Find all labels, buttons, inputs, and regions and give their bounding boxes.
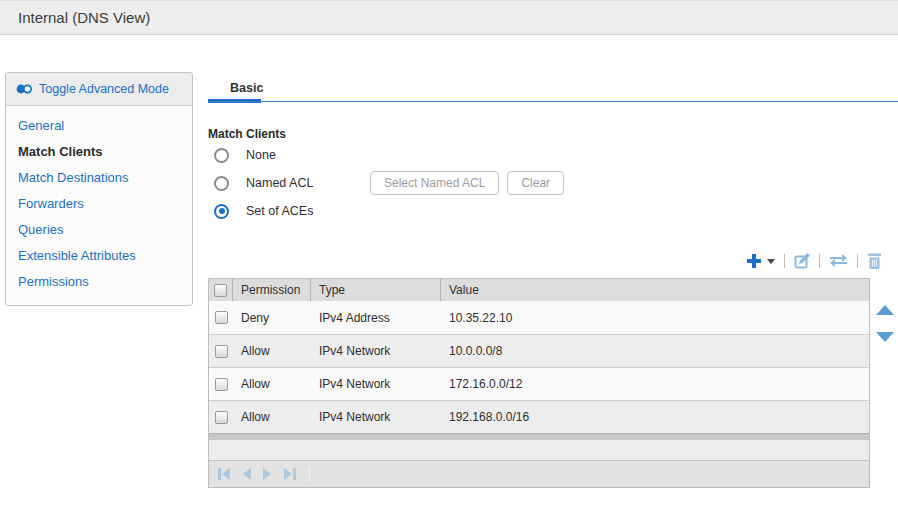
first-page-button[interactable] (217, 467, 231, 481)
prev-page-button[interactable] (241, 467, 252, 481)
sidebar-item-match-destinations[interactable]: Match Destinations (6, 165, 192, 191)
radio-set-of-aces[interactable] (214, 204, 229, 219)
sidebar: Toggle Advanced Mode General Match Clien… (5, 72, 193, 306)
toolbar-divider (857, 254, 858, 268)
window-title-bar: Internal (DNS View) (0, 0, 898, 35)
table-row[interactable]: Deny IPv4 Address 10.35.22.10 (209, 301, 869, 334)
radio-set-of-aces-label: Set of ACEs (246, 204, 313, 218)
column-header-permission[interactable]: Permission (233, 279, 311, 301)
toggle-advanced-mode-label: Toggle Advanced Mode (39, 82, 169, 96)
toggle-advanced-mode-button[interactable]: Toggle Advanced Mode (6, 73, 192, 106)
radio-row-none: None (208, 141, 898, 169)
add-menu-caret-icon[interactable] (767, 259, 775, 264)
sidebar-item-extensible-attributes[interactable]: Extensible Attributes (6, 243, 192, 269)
sidebar-item-forwarders[interactable]: Forwarders (6, 191, 192, 217)
sidebar-item-queries[interactable]: Queries (6, 217, 192, 243)
cell-value: 172.16.0.0/12 (441, 377, 869, 391)
cell-type: IPv4 Address (311, 311, 441, 325)
cell-permission: Deny (233, 311, 311, 325)
tab-bar: Basic (208, 72, 898, 105)
cell-value: 10.35.22.10 (441, 311, 869, 325)
tab-bar-divider (208, 101, 898, 102)
sidebar-nav: General Match Clients Match Destinations… (6, 106, 192, 305)
horizontal-scrollbar[interactable] (209, 433, 869, 440)
radio-named-acl-label: Named ACL (246, 176, 313, 190)
cell-type: IPv4 Network (311, 410, 441, 424)
cell-permission: Allow (233, 344, 311, 358)
radio-row-set-of-aces: Set of ACEs (208, 197, 898, 225)
match-clients-section-label: Match Clients (208, 127, 286, 141)
first-page-icon (217, 467, 231, 481)
move-row-down-button[interactable] (876, 332, 894, 342)
last-page-button[interactable] (283, 467, 297, 481)
edit-icon (794, 253, 810, 269)
column-header-value[interactable]: Value (441, 279, 869, 301)
toggle-mode-icon (16, 83, 33, 95)
named-acl-buttons: Select Named ACL Clear (370, 171, 564, 195)
table-header-row: Permission Type Value (209, 279, 869, 301)
toolbar-divider (784, 254, 785, 268)
page-title: Internal (DNS View) (18, 9, 150, 26)
column-header-type[interactable]: Type (311, 279, 441, 301)
select-all-checkbox[interactable] (214, 284, 227, 297)
table-row[interactable]: Allow IPv4 Network 172.16.0.0/12 (209, 367, 869, 400)
radio-named-acl[interactable] (214, 176, 229, 191)
ace-toolbar (208, 250, 882, 272)
sidebar-item-general[interactable]: General (6, 113, 192, 139)
clear-button[interactable]: Clear (507, 171, 564, 195)
table-empty-area (209, 440, 869, 460)
main-content: Basic Match Clients None Named ACL Selec… (208, 72, 898, 502)
sidebar-item-match-clients[interactable]: Match Clients (6, 139, 192, 165)
ace-table: Permission Type Value Deny IPv4 Address … (208, 278, 870, 488)
cell-value: 10.0.0.0/8 (441, 344, 869, 358)
radio-row-named-acl: Named ACL Select Named ACL Clear (208, 169, 898, 197)
radio-none-label: None (246, 148, 276, 162)
row-checkbox[interactable] (215, 311, 228, 324)
row-checkbox[interactable] (215, 345, 228, 358)
cell-permission: Allow (233, 410, 311, 424)
reorder-icon (829, 254, 848, 268)
prev-page-icon (241, 467, 252, 481)
cell-type: IPv4 Network (311, 377, 441, 391)
toolbar-divider (819, 254, 820, 268)
select-named-acl-button[interactable]: Select Named ACL (370, 171, 499, 195)
delete-button[interactable] (867, 253, 882, 269)
cell-permission: Allow (233, 377, 311, 391)
sidebar-item-permissions[interactable]: Permissions (6, 269, 192, 295)
table-row[interactable]: Allow IPv4 Network 10.0.0.0/8 (209, 334, 869, 367)
tab-basic[interactable]: Basic (230, 81, 263, 95)
add-button[interactable] (746, 253, 775, 269)
row-checkbox[interactable] (215, 411, 228, 424)
next-page-button[interactable] (262, 467, 273, 481)
last-page-icon (283, 467, 297, 481)
radio-none[interactable] (214, 148, 229, 163)
table-row[interactable]: Allow IPv4 Network 192.168.0.0/16 (209, 400, 869, 433)
delete-icon (867, 253, 882, 269)
cell-type: IPv4 Network (311, 344, 441, 358)
add-icon (746, 253, 762, 269)
pager-divider (309, 467, 310, 482)
cell-value: 192.168.0.0/16 (441, 410, 869, 424)
match-clients-radio-group: None Named ACL Select Named ACL Clear Se… (208, 141, 898, 225)
reorder-button[interactable] (829, 254, 848, 268)
select-all-checkbox-cell (209, 279, 233, 301)
edit-button[interactable] (794, 253, 810, 269)
next-page-icon (262, 467, 273, 481)
row-checkbox[interactable] (215, 378, 228, 391)
pagination-bar (209, 460, 869, 487)
move-row-up-button[interactable] (876, 305, 894, 315)
